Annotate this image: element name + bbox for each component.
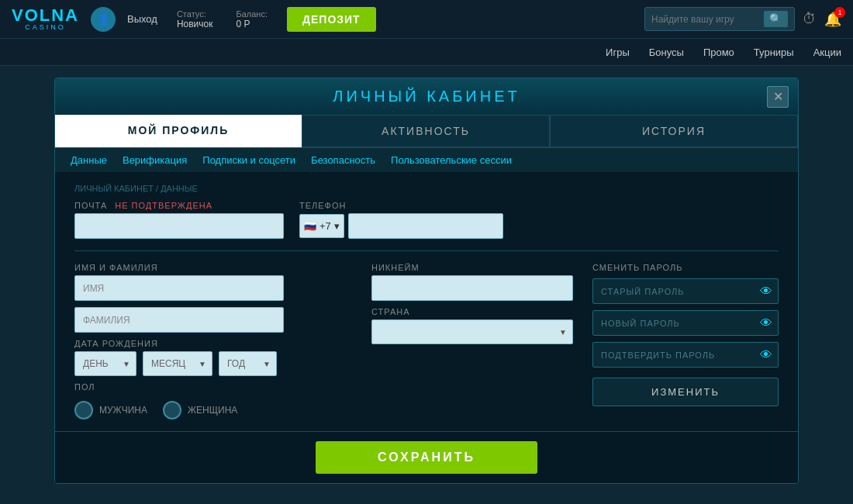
nav-item-bonuses[interactable]: Бонусы (649, 47, 684, 58)
chevron-down-icon: ▾ (334, 220, 340, 232)
country-select[interactable] (371, 319, 573, 344)
password-section-label: СМЕНИТЬ ПАРОЛЬ (592, 263, 779, 272)
nickname-label: НИКНЕЙМ (371, 263, 573, 272)
balance-label: Баланс: (237, 9, 268, 19)
support-wrapper: ⏱ (803, 11, 817, 27)
subnav-subscriptions[interactable]: Подписки и соцсети (202, 154, 295, 166)
month-wrapper: МЕСЯЦ (143, 351, 212, 376)
phone-input-group: 🇷🇺 +7 ▾ (299, 213, 503, 239)
main-content: ЛИЧНЫЙ КАБИНЕТ ✕ МОЙ ПРОФИЛЬ АКТИВНОСТЬ … (0, 66, 853, 504)
save-section: СОХРАНИТЬ (55, 431, 798, 483)
birthdate-group: ДАТА РОЖДЕНИЯ ДЕНЬ МЕСЯЦ (74, 339, 352, 376)
subnav-data[interactable]: Данные (71, 154, 107, 166)
day-wrapper: ДЕНЬ (74, 351, 136, 376)
section-hint: ЛИЧНЫЙ КАБИНЕТ / ДАННЫЕ (74, 184, 779, 193)
day-select[interactable]: ДЕНЬ (74, 351, 136, 376)
old-password-eye-button[interactable]: 👁 (760, 285, 772, 299)
gender-female-option[interactable]: ЖЕНЩИНА (163, 401, 237, 419)
modal-header: ЛИЧНЫЙ КАБИНЕТ ✕ (55, 78, 798, 115)
nickname-group: НИКНЕЙМ (371, 263, 573, 301)
save-button[interactable]: СОХРАНИТЬ (316, 441, 537, 474)
old-password-input[interactable] (592, 278, 779, 304)
gender-group: ПОЛ МУЖЧИНА ЖЕНЩИНА (74, 382, 352, 419)
phone-code: +7 (319, 220, 331, 232)
nav-item-promo[interactable]: Промо (703, 47, 734, 58)
email-phone-section: ПОЧТА НЕ ПОДТВЕРЖДЕНА ТЕЛЕФОН 🇷🇺 +7 ▾ (74, 201, 779, 251)
phone-label: ТЕЛЕФОН (299, 201, 503, 210)
email-input[interactable] (74, 213, 284, 239)
subnav-verification[interactable]: Верификация (123, 154, 187, 166)
country-group: СТРАНА (371, 307, 573, 344)
nav-item-games[interactable]: Игры (606, 47, 630, 58)
last-name-input[interactable] (74, 307, 284, 333)
first-name-input[interactable] (74, 275, 284, 301)
email-label: ПОЧТА (74, 201, 107, 210)
avatar: 👤 (91, 7, 116, 32)
search-button[interactable]: 🔍 (764, 11, 788, 27)
country-wrapper (371, 319, 573, 344)
phone-country-select[interactable]: 🇷🇺 +7 ▾ (299, 214, 344, 238)
left-col: ИМЯ И ФАМИЛИЯ ДАТА РОЖДЕНИЯ ДЕНЬ (74, 263, 352, 419)
support-icon[interactable]: ⏱ (803, 11, 817, 26)
year-wrapper: ГОД (219, 351, 277, 376)
logo-casino: CASINO (25, 24, 66, 31)
notification-badge: 1 (834, 7, 845, 18)
deposit-button[interactable]: ДЕПОЗИТ (287, 7, 376, 32)
tab-my-profile[interactable]: МОЙ ПРОФИЛЬ (55, 115, 302, 147)
nav-item-actions[interactable]: Акции (813, 47, 841, 58)
profile-content: ЛИЧНЫЙ КАБИНЕТ / ДАННЫЕ ПОЧТА НЕ ПОДТВЕР… (55, 172, 798, 431)
tab-history[interactable]: ИСТОРИЯ (550, 115, 798, 147)
old-password-group: 👁 (592, 278, 779, 304)
gender-label: ПОЛ (74, 382, 352, 392)
nav-item-tournaments[interactable]: Турниры (754, 47, 794, 58)
tab-activity[interactable]: АКТИВНОСТЬ (302, 115, 550, 147)
header: VOLNA CASINO 👤 Выход Статус: Новичок Бал… (0, 0, 853, 39)
month-select[interactable]: МЕСЯЦ (143, 351, 212, 376)
name-group: ИМЯ И ФАМИЛИЯ (74, 263, 352, 301)
logo-volna: VOLNA (12, 7, 79, 24)
status-value: Новичок (177, 19, 213, 29)
modal: ЛИЧНЫЙ КАБИНЕТ ✕ МОЙ ПРОФИЛЬ АКТИВНОСТЬ … (54, 78, 799, 484)
logo: VOLNA CASINO (12, 7, 79, 31)
gender-row: МУЖЧИНА ЖЕНЩИНА (74, 401, 352, 419)
search-input[interactable] (651, 14, 760, 25)
country-label: СТРАНА (371, 307, 573, 316)
year-select[interactable]: ГОД (219, 351, 277, 376)
phone-group: ТЕЛЕФОН 🇷🇺 +7 ▾ (299, 201, 503, 239)
status-block: Статус: Новичок (177, 9, 213, 29)
nickname-input[interactable] (371, 275, 573, 301)
confirm-password-eye-button[interactable]: 👁 (760, 348, 772, 362)
confirm-password-input[interactable] (592, 342, 779, 368)
lastname-group (74, 307, 352, 333)
logout-button[interactable]: Выход (127, 13, 157, 25)
gender-male-label: МУЖЧИНА (99, 405, 147, 416)
search-box: 🔍 (644, 7, 795, 31)
right-col: СМЕНИТЬ ПАРОЛЬ 👁 👁 👁 (592, 263, 779, 419)
mid-col: НИКНЕЙМ СТРАНА (371, 263, 573, 419)
subnav: Данные Верификация Подписки и соцсети Бе… (55, 147, 798, 172)
birthdate-label: ДАТА РОЖДЕНИЯ (74, 339, 352, 348)
gender-female-label: ЖЕНЩИНА (188, 405, 237, 416)
new-password-group: 👁 (592, 310, 779, 336)
confirm-password-group: 👁 (592, 342, 779, 368)
change-password-button[interactable]: ИЗМЕНИТЬ (592, 378, 779, 406)
balance-value: 0 P (237, 19, 268, 29)
modal-title: ЛИЧНЫЙ КАБИНЕТ (333, 88, 520, 105)
header-right: 🔍 ⏱ 🔔 1 (644, 7, 841, 31)
gender-male-option[interactable]: МУЖЧИНА (74, 401, 147, 419)
flag-icon: 🇷🇺 (304, 220, 316, 232)
close-button[interactable]: ✕ (767, 86, 789, 108)
email-group: ПОЧТА НЕ ПОДТВЕРЖДЕНА (74, 201, 284, 239)
bell-wrapper: 🔔 1 (824, 11, 841, 28)
email-status: НЕ ПОДТВЕРЖДЕНА (115, 201, 212, 210)
new-password-eye-button[interactable]: 👁 (760, 316, 772, 330)
radio-male (74, 401, 93, 419)
name-label: ИМЯ И ФАМИЛИЯ (74, 263, 352, 272)
navbar: Игры Бонусы Промо Турниры Акции (0, 39, 853, 66)
subnav-security[interactable]: Безопасность (311, 154, 375, 166)
phone-input[interactable] (348, 213, 503, 239)
subnav-sessions[interactable]: Пользовательские сессии (391, 154, 512, 166)
new-password-input[interactable] (592, 310, 779, 336)
balance-block: Баланс: 0 P (237, 9, 268, 29)
main-form-row: ИМЯ И ФАМИЛИЯ ДАТА РОЖДЕНИЯ ДЕНЬ (74, 263, 779, 419)
